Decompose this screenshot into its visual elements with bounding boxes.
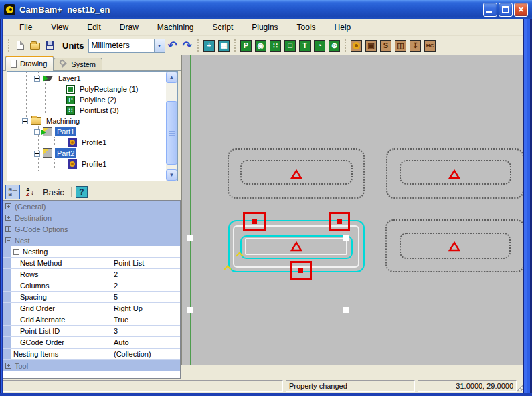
point-marker[interactable] bbox=[290, 261, 312, 280]
tab-drawing[interactable]: Drawing bbox=[5, 56, 54, 71]
collapse-icon[interactable] bbox=[34, 129, 40, 135]
category-gcode-options[interactable]: G-Code Options bbox=[3, 223, 180, 235]
point-marker[interactable] bbox=[329, 212, 350, 231]
tree-label-part1[interactable]: Part1 bbox=[55, 127, 76, 136]
maximize-button[interactable] bbox=[499, 3, 513, 17]
tree-node-pointlist[interactable]: ∷ PointList (3) bbox=[64, 105, 121, 116]
tree-node-machining[interactable]: Machining bbox=[22, 116, 82, 126]
alphabetical-sort-button[interactable]: AZ ↓ bbox=[23, 185, 37, 199]
heightcut-op-button[interactable]: HC bbox=[423, 38, 438, 53]
tree-label-polyrectangle[interactable]: PolyRectangle (1) bbox=[78, 84, 140, 94]
property-row-nest-method[interactable]: Nest Method Point List bbox=[3, 258, 180, 269]
drawing-canvas[interactable] bbox=[181, 55, 523, 365]
scrollbar-thumb[interactable] bbox=[166, 101, 177, 165]
axis-toggle-button[interactable]: + bbox=[202, 38, 217, 53]
draw-circle-button[interactable]: ◉ bbox=[254, 38, 268, 53]
tree-label-machining[interactable]: Machining bbox=[44, 116, 82, 126]
help-button[interactable]: ? bbox=[76, 186, 88, 198]
collapse-icon[interactable] bbox=[5, 237, 11, 243]
collapse-icon[interactable] bbox=[13, 249, 19, 255]
property-row-rows[interactable]: Rows 2 bbox=[3, 269, 180, 280]
undo-button[interactable]: ↶ bbox=[165, 38, 180, 53]
property-row-gcode-order[interactable]: GCode Order Auto bbox=[3, 337, 180, 349]
units-combobox[interactable]: Millimeters ▼ bbox=[88, 39, 165, 53]
property-value[interactable]: Auto bbox=[110, 337, 180, 348]
tree-label-part2[interactable]: Part2 bbox=[55, 148, 76, 158]
grip-handle[interactable] bbox=[187, 307, 193, 313]
grip-handle[interactable] bbox=[187, 235, 193, 241]
new-file-button[interactable] bbox=[13, 38, 27, 53]
property-row-spacing[interactable]: Spacing 5 bbox=[3, 292, 180, 303]
tree-node-part2-profile1[interactable]: Profile1 bbox=[65, 159, 108, 169]
point-marker[interactable] bbox=[243, 212, 266, 231]
category-general[interactable]: (General) bbox=[3, 201, 180, 212]
grid-toggle-button[interactable]: ▦ bbox=[217, 38, 232, 53]
menu-file[interactable]: File bbox=[12, 21, 39, 34]
tree-node-polyrectangle[interactable]: PolyRectangle (1) bbox=[64, 84, 140, 94]
property-row-grid-alternate[interactable]: Grid Alternate True bbox=[3, 314, 180, 326]
property-row-nesting-items[interactable]: Nesting Items (Collection) bbox=[3, 349, 180, 360]
draw-arc-button[interactable]: ◔ bbox=[313, 38, 327, 53]
expand-icon[interactable] bbox=[5, 363, 11, 369]
menu-view[interactable]: View bbox=[43, 21, 76, 34]
units-value[interactable]: Millimeters bbox=[88, 39, 155, 53]
scroll-down-button[interactable]: ▼ bbox=[166, 169, 177, 181]
draw-pointlist-button[interactable]: ∷ bbox=[268, 38, 283, 53]
expand-icon[interactable] bbox=[5, 215, 11, 221]
categorized-view-button[interactable]: ⊞—⊞— bbox=[5, 185, 20, 199]
toolbar-grip[interactable] bbox=[7, 39, 11, 52]
collapse-icon[interactable] bbox=[34, 76, 40, 82]
drill-op-button[interactable]: ↧ bbox=[408, 38, 423, 53]
collapse-icon[interactable] bbox=[22, 118, 28, 124]
engrave-op-button[interactable]: S bbox=[379, 38, 393, 53]
collapse-icon[interactable] bbox=[34, 151, 40, 157]
property-row-nesting-group[interactable]: Nesting bbox=[3, 246, 180, 258]
expand-icon[interactable] bbox=[5, 203, 11, 209]
toolbar-grip[interactable] bbox=[344, 39, 347, 52]
menu-script[interactable]: Script bbox=[205, 21, 241, 34]
title-bar[interactable]: CamBam+ nest1b_en × bbox=[0, 0, 532, 19]
category-destination[interactable]: Destination bbox=[3, 212, 180, 223]
save-button[interactable] bbox=[42, 38, 57, 53]
profile-op-button[interactable] bbox=[349, 38, 364, 53]
tree-scrollbar[interactable]: ▲ ▼ bbox=[166, 72, 177, 181]
tab-system[interactable]: System bbox=[54, 58, 102, 70]
menu-help[interactable]: Help bbox=[327, 21, 359, 34]
property-row-grid-order[interactable]: Grid Order Right Up bbox=[3, 303, 180, 314]
tree-label-pointlist[interactable]: PointList (3) bbox=[78, 106, 121, 115]
property-value[interactable]: 2 bbox=[110, 280, 180, 291]
tree-node-part1-profile1[interactable]: Profile1 bbox=[65, 137, 108, 148]
tree-node-layer1[interactable]: Layer1 bbox=[34, 73, 83, 84]
property-value[interactable]: 3 bbox=[110, 326, 180, 336]
lathe-op-button[interactable]: ◫ bbox=[393, 38, 408, 53]
grip-handle[interactable] bbox=[343, 307, 349, 313]
category-tool[interactable]: Tool bbox=[3, 360, 180, 371]
menu-edit[interactable]: Edit bbox=[80, 21, 108, 34]
menu-draw[interactable]: Draw bbox=[112, 21, 146, 34]
tree-node-part1[interactable]: Part1 bbox=[34, 126, 76, 137]
scroll-up-button[interactable]: ▲ bbox=[166, 72, 177, 83]
category-nest[interactable]: Nest bbox=[3, 235, 180, 246]
open-file-button[interactable] bbox=[27, 38, 42, 53]
units-dropdown-arrow-icon[interactable]: ▼ bbox=[155, 39, 165, 53]
property-value[interactable]: True bbox=[110, 314, 180, 325]
minimize-button[interactable] bbox=[483, 3, 497, 17]
draw-polyline-button[interactable]: P bbox=[239, 38, 254, 53]
redo-button[interactable]: ↷ bbox=[180, 38, 195, 53]
menu-tools[interactable]: Tools bbox=[290, 21, 323, 34]
resize-grip[interactable] bbox=[515, 383, 523, 391]
property-value[interactable]: Point List bbox=[110, 258, 180, 268]
toolbar-grip[interactable] bbox=[234, 39, 237, 52]
tree-node-polyline[interactable]: P Polyline (2) bbox=[64, 94, 118, 105]
close-button[interactable]: × bbox=[514, 3, 528, 17]
menu-plugins[interactable]: Plugins bbox=[244, 21, 285, 34]
toolbar-grip[interactable] bbox=[197, 39, 200, 52]
basic-mode-label[interactable]: Basic bbox=[43, 187, 64, 197]
property-value[interactable]: (Collection) bbox=[110, 349, 180, 359]
pocket-op-button[interactable]: ▣ bbox=[364, 38, 379, 53]
draw-surface-button[interactable]: ⊛ bbox=[327, 38, 342, 53]
tree-label-layer1[interactable]: Layer1 bbox=[56, 74, 83, 83]
menu-machining[interactable]: Machining bbox=[150, 21, 201, 34]
tree-node-part2[interactable]: Part2 bbox=[34, 148, 76, 159]
property-value[interactable]: 2 bbox=[110, 269, 180, 280]
